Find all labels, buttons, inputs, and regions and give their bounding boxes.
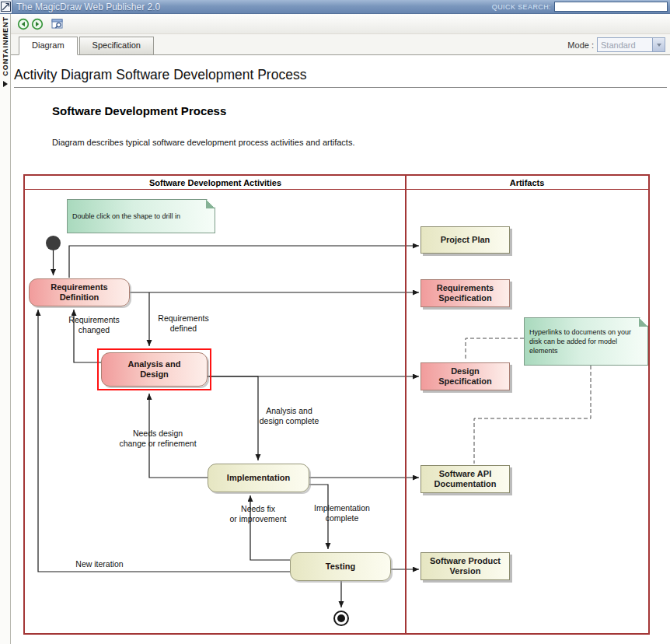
chevron-down-icon <box>657 44 661 47</box>
containment-tab[interactable]: CONTAINMENT <box>0 14 11 644</box>
activity-analysis-and-design-label: Analysis and Design <box>128 359 181 380</box>
anchor-note-to-design-spec <box>466 338 524 361</box>
mode-label: Mode : <box>567 40 594 50</box>
containment-label: CONTAINMENT <box>2 16 9 76</box>
locate-in-containment-button[interactable] <box>51 17 65 31</box>
mode-selected-value: Standard <box>598 40 652 50</box>
note-hyperlinks: Hyperlinks to documents on your disk can… <box>524 317 648 366</box>
content-area: Activity Diagram Software Development Pr… <box>11 55 670 644</box>
page-title: Activity Diagram Software Development Pr… <box>14 67 667 83</box>
lane-divider <box>405 176 407 633</box>
toolbar <box>11 14 670 34</box>
activity-analysis-and-design[interactable]: Analysis and Design <box>101 352 208 387</box>
transition-label-needs-design-change: Needs design change or refinement <box>112 429 204 449</box>
lane-title-activities: Software Development Activities <box>25 178 406 187</box>
mode-dropdown[interactable]: Standard <box>597 37 665 52</box>
quick-search-label: QUICK SEARCH: <box>492 3 551 11</box>
transition-label-implementation-complete: Implementation complete <box>309 503 375 523</box>
lane-title-artifacts: Artifacts <box>406 178 648 187</box>
transition-label-analysis-complete: Analysis and design complete <box>255 406 323 426</box>
app-title: The MagicDraw Web Publisher 2.0 <box>16 2 160 12</box>
final-node-dot <box>337 614 345 622</box>
transition-label-requirements-defined: Requirements defined <box>153 313 214 334</box>
note-drill-in: Double click on the shape to drill in <box>67 199 215 233</box>
titlebar: The MagicDraw Web Publisher 2.0 QUICK SE… <box>0 0 670 14</box>
flow-requirements-to-project-plan <box>69 246 419 278</box>
tab-specification[interactable]: Specification <box>79 37 154 54</box>
artifact-requirements-specification-label: Requirements Specification <box>437 283 494 303</box>
note-hyperlinks-text: Hyperlinks to documents on your disk can… <box>529 327 631 355</box>
flow-analysis-complete <box>208 376 258 460</box>
transition-label-new-iteration: New iteration <box>70 559 129 569</box>
locate-document-icon <box>51 19 64 30</box>
artifact-software-product-version[interactable]: Software Product Version <box>420 552 510 580</box>
app-logo-icon <box>0 0 12 13</box>
mode-area: Mode : Standard <box>567 37 665 52</box>
forward-icon <box>31 18 44 30</box>
activity-implementation-label: Implementation <box>227 473 290 483</box>
artifact-design-specification-label: Design Specification <box>438 366 491 387</box>
artifact-software-product-version-label: Software Product Version <box>430 556 501 576</box>
initial-node[interactable] <box>46 236 61 250</box>
transition-label-requirements-changed: Requirements changed <box>64 315 124 335</box>
tab-strip: Diagram Specification Mode : Standard <box>11 34 670 55</box>
selection-highlight: Analysis and Design <box>97 348 211 390</box>
section-heading: Software Development Process <box>52 104 670 117</box>
artifact-software-api-documentation-label: Software API Documentation <box>434 469 496 489</box>
mode-dropdown-button[interactable] <box>652 38 665 51</box>
back-icon <box>17 18 30 30</box>
artifact-project-plan[interactable]: Project Plan <box>420 226 510 254</box>
artifact-project-plan-label: Project Plan <box>441 235 490 245</box>
activity-diagram: Software Development Activities Artifact… <box>23 174 650 635</box>
artifact-requirements-specification[interactable]: Requirements Specification <box>420 279 510 307</box>
forward-button[interactable] <box>30 17 44 31</box>
main-area: Diagram Specification Mode : Standard Ac… <box>11 14 670 644</box>
expand-arrow-icon[interactable] <box>3 81 8 87</box>
back-button[interactable] <box>16 17 30 31</box>
activity-requirements-definition-label: Requirements Definition <box>51 282 107 303</box>
artifact-software-api-documentation[interactable]: Software API Documentation <box>420 465 510 493</box>
title-divider <box>14 87 667 88</box>
tab-diagram[interactable]: Diagram <box>19 37 78 55</box>
diagram-description: Diagram describes typical software devel… <box>52 138 670 147</box>
activity-testing-label: Testing <box>326 562 355 572</box>
artifact-design-specification[interactable]: Design Specification <box>420 362 510 390</box>
note-drill-in-text: Double click on the shape to drill in <box>72 212 180 221</box>
activity-testing[interactable]: Testing <box>290 552 391 581</box>
final-node[interactable] <box>333 611 349 626</box>
quick-search-input[interactable] <box>554 2 668 12</box>
activity-implementation[interactable]: Implementation <box>208 464 309 492</box>
transition-label-needs-fix: Needs fix or improvement <box>224 504 292 524</box>
app-logo-glyph <box>1 2 11 12</box>
activity-requirements-definition[interactable]: Requirements Definition <box>29 278 130 306</box>
